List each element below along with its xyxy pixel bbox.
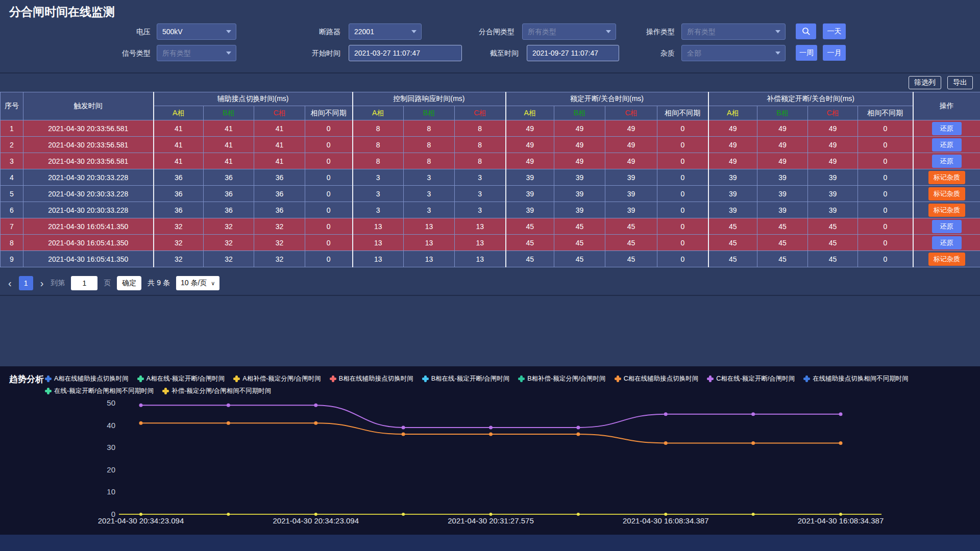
page-size-select[interactable]: 10 条/页 ∨: [176, 276, 219, 290]
cell: 36: [254, 186, 305, 202]
action-cell: 标记杂质: [913, 169, 980, 186]
cell: 0: [657, 186, 708, 202]
goto-page-input[interactable]: [71, 276, 97, 290]
col-sub-header: B相: [204, 106, 254, 120]
chevron-down-icon: [226, 30, 231, 33]
cell: 45: [506, 218, 554, 235]
voltage-value: 500kV: [162, 28, 183, 36]
cell: 8: [1, 235, 23, 251]
data-point: [576, 425, 580, 429]
mark-impurity-button[interactable]: 标记杂质: [928, 253, 965, 266]
cell: 8: [353, 137, 404, 153]
cell: 41: [254, 153, 305, 169]
action-cell: 还原: [913, 235, 980, 251]
col-sub-header: A相: [506, 106, 554, 120]
cell: 3: [404, 186, 455, 202]
chevron-down-icon: [411, 30, 416, 33]
table-row: 82021-04-30 16:05:41.3503232320131313454…: [1, 235, 980, 251]
chevron-down-icon: [775, 30, 780, 33]
impurity-label: 杂质: [602, 45, 675, 61]
pagination-bar: ‹ 1 › 到第 页 确定 共 9 条 10 条/页 ∨: [0, 271, 980, 296]
export-button[interactable]: 导出: [947, 76, 973, 89]
cell: 3: [455, 169, 506, 186]
cell: 49: [605, 153, 657, 169]
cell: 2021-04-30 16:05:41.350: [23, 251, 154, 267]
data-point: [489, 425, 493, 429]
col-sub-header: A相: [353, 106, 404, 120]
confirm-button[interactable]: 确定: [117, 276, 141, 290]
cell: 32: [154, 218, 204, 235]
table-row: 92021-04-30 16:05:41.3503232320131313454…: [1, 251, 980, 267]
cell: 49: [605, 120, 657, 137]
op-type-select[interactable]: 所有类型: [681, 23, 786, 40]
impurity-select[interactable]: 全部: [681, 45, 786, 61]
data-point: [489, 513, 493, 516]
cell: 0: [657, 120, 708, 137]
table-row: 52021-04-30 20:30:33.2283636360333393939…: [1, 186, 980, 202]
restore-button[interactable]: 还原: [932, 138, 962, 152]
cell: 45: [506, 235, 554, 251]
mark-impurity-button[interactable]: 标记杂质: [928, 204, 965, 217]
cell: 39: [605, 169, 657, 186]
data-point: [314, 513, 317, 516]
data-point: [664, 513, 667, 516]
next-page-button[interactable]: ›: [39, 276, 45, 290]
op-type-value: 所有类型: [687, 28, 716, 36]
voltage-select[interactable]: 500kV: [157, 23, 236, 40]
cell: 45: [808, 251, 858, 267]
table-body: 12021-04-30 20:33:56.5814141410888494949…: [1, 120, 980, 267]
cell: 41: [254, 120, 305, 137]
table-row: 62021-04-30 20:30:33.2283636360333393939…: [1, 202, 980, 218]
y-tick-label: 40: [107, 421, 115, 430]
start-time-input[interactable]: 2021-03-27 11:07:47: [349, 45, 462, 61]
one-month-button[interactable]: 一月: [823, 45, 846, 61]
filter-panel: 电压 500kV 断路器 22001 分合闸类型 所有类型 操作类型 所有类型 …: [0, 0, 980, 71]
cell: 39: [757, 169, 808, 186]
restore-button[interactable]: 还原: [932, 220, 962, 233]
cell: 49: [757, 137, 808, 153]
cell: 0: [305, 218, 353, 235]
mark-impurity-button[interactable]: 标记杂质: [928, 171, 965, 184]
signal-type-select[interactable]: 所有类型: [157, 45, 236, 61]
restore-button[interactable]: 还原: [932, 236, 962, 249]
col-sub-header: B相: [757, 106, 808, 120]
chevron-down-icon: [775, 52, 780, 55]
filter-columns-button[interactable]: 筛选列: [909, 76, 941, 89]
start-time-value: 2021-03-27 11:07:47: [354, 49, 420, 57]
mark-impurity-button[interactable]: 标记杂质: [928, 187, 965, 201]
cell: 45: [554, 235, 605, 251]
action-cell: 还原: [913, 137, 980, 153]
table-row: 22021-04-30 20:33:56.5814141410888494949…: [1, 137, 980, 153]
prev-page-button[interactable]: ‹: [7, 276, 13, 290]
cell: 2021-04-30 20:33:56.581: [23, 153, 154, 169]
col-header-action: 操作: [913, 92, 980, 120]
data-point: [139, 421, 143, 425]
cell: 45: [808, 218, 858, 235]
op-type-label: 操作类型: [602, 23, 675, 40]
action-cell: 标记杂质: [913, 202, 980, 218]
x-tick-label: 2021-04-30 16:08:34.387: [623, 516, 708, 525]
cell: 0: [858, 235, 913, 251]
x-tick-label: 2021-04-30 20:34:23.094: [273, 516, 359, 525]
one-day-button[interactable]: 一天: [823, 23, 846, 39]
cell: 9: [1, 251, 23, 267]
cell: 49: [506, 153, 554, 169]
cell: 49: [708, 153, 757, 169]
restore-button[interactable]: 还原: [932, 155, 962, 168]
table-row: 12021-04-30 20:33:56.5814141410888494949…: [1, 120, 980, 137]
y-tick-label: 50: [107, 398, 115, 407]
cell: 49: [605, 137, 657, 153]
page-1-button[interactable]: 1: [19, 276, 33, 290]
cell: 32: [204, 218, 254, 235]
cell: 3: [1, 153, 23, 169]
breaker-select[interactable]: 22001: [349, 23, 422, 40]
col-group-header: 额定开断/关合时间(ms): [506, 92, 708, 106]
cell: 2: [1, 137, 23, 153]
cell: 45: [506, 251, 554, 267]
restore-button[interactable]: 还原: [932, 122, 962, 135]
data-point: [752, 513, 755, 516]
cell: 0: [305, 251, 353, 267]
one-week-button[interactable]: 一周: [796, 45, 817, 61]
search-button[interactable]: [796, 23, 816, 39]
cell: 36: [204, 202, 254, 218]
